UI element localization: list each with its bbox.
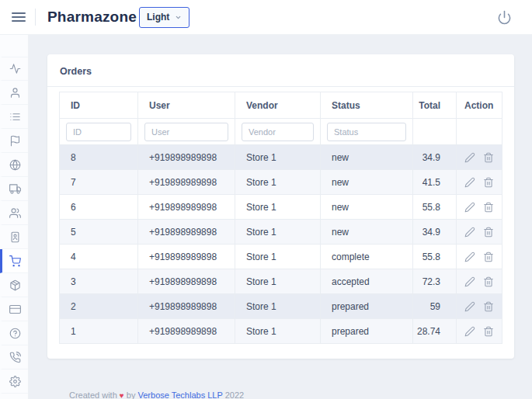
vendor-filter-input[interactable]: [242, 123, 314, 141]
edit-button[interactable]: [461, 276, 479, 287]
id-cell: 2: [60, 294, 138, 319]
delete-button[interactable]: [479, 177, 498, 188]
footer-year: 2022: [225, 390, 244, 399]
id-cell: 5: [60, 220, 138, 245]
status-cell: new: [321, 145, 413, 170]
menu-icon[interactable]: [12, 10, 26, 24]
edit-button[interactable]: [461, 227, 479, 238]
sidebar-item-list[interactable]: [0, 105, 28, 129]
theme-dropdown-label: Light: [147, 12, 169, 23]
sidebar-item-truck[interactable]: [0, 177, 28, 201]
sidebar-item-flag[interactable]: [0, 129, 28, 153]
id-cell: 7: [60, 170, 138, 195]
total-cell: 59: [413, 294, 457, 319]
theme-dropdown[interactable]: Light: [139, 7, 190, 28]
total-cell: 28.74: [413, 319, 457, 344]
action-cell: [457, 319, 502, 344]
column-header-status: Status: [321, 92, 413, 119]
sidebar-item-user[interactable]: [0, 81, 28, 105]
vendor-cell: Store 1: [235, 145, 321, 170]
trash-icon: [483, 301, 494, 312]
sidebar-item-users[interactable]: [0, 201, 28, 225]
action-cell: [457, 195, 502, 220]
action-cell: [457, 294, 502, 319]
delete-button[interactable]: [479, 326, 498, 337]
delete-button[interactable]: [479, 301, 498, 312]
filter-cell-action: [457, 119, 502, 145]
heart-icon: ♥: [120, 391, 124, 399]
edit-button[interactable]: [461, 326, 479, 337]
table-container: IDUserVendorStatusTotalAction 8+91989898…: [47, 87, 514, 344]
sidebar-item-credit-card[interactable]: [0, 297, 28, 321]
help-circle-icon: [9, 328, 21, 339]
footer-text-by: by: [127, 390, 136, 399]
delete-button[interactable]: [479, 152, 498, 163]
orders-card: Orders IDUserVendorStatusTotalAction 8+9…: [47, 54, 514, 359]
delete-button[interactable]: [479, 252, 498, 262]
total-cell: 41.5: [413, 170, 457, 195]
trash-icon: [483, 177, 494, 188]
column-header-total: Total: [413, 92, 457, 119]
total-cell: 34.9: [413, 220, 457, 245]
user-filter-input[interactable]: [144, 123, 228, 141]
id-filter-input[interactable]: [66, 123, 131, 141]
package-icon: [9, 279, 21, 291]
table-row: 1+919898989898Store 1prepared28.74: [60, 319, 502, 344]
id-cell: 6: [60, 195, 138, 220]
pencil-icon: [464, 152, 475, 163]
trash-icon: [483, 202, 494, 213]
user-badge-icon: [9, 231, 21, 243]
vendor-cell: Store 1: [235, 220, 321, 245]
app-title: Pharmazone: [47, 9, 137, 26]
user-icon: [9, 87, 21, 99]
user-cell: +919898989898: [138, 220, 235, 245]
vendor-cell: Store 1: [235, 195, 321, 220]
footer: Created with ♥ by Verbose Techlabs LLP 2…: [69, 390, 244, 399]
delete-button[interactable]: [479, 227, 498, 238]
user-cell: +919898989898: [138, 170, 235, 195]
sidebar-item-activity[interactable]: [0, 57, 28, 81]
edit-button[interactable]: [461, 152, 479, 163]
edit-button[interactable]: [461, 252, 479, 262]
pencil-icon: [464, 252, 475, 262]
logout-button[interactable]: [497, 10, 512, 25]
sidebar-item-phone-call[interactable]: [0, 345, 28, 370]
id-cell: 4: [60, 245, 138, 269]
total-cell: 55.8: [413, 195, 457, 220]
delete-button[interactable]: [479, 276, 498, 287]
footer-link[interactable]: Verbose Techlabs LLP: [138, 390, 223, 399]
sidebar-item-shopping-cart[interactable]: [0, 249, 28, 273]
sidebar: [0, 35, 29, 399]
chevron-down-icon: [175, 14, 182, 21]
flag-icon: [9, 135, 21, 147]
pencil-icon: [464, 227, 475, 238]
status-cell: complete: [321, 245, 413, 269]
filter-cell-total: [413, 119, 457, 145]
pencil-icon: [464, 326, 475, 337]
sidebar-item-gear[interactable]: [0, 370, 28, 394]
sidebar-item-user-badge[interactable]: [0, 225, 28, 249]
delete-button[interactable]: [479, 202, 498, 213]
sidebar-item-package[interactable]: [0, 273, 28, 297]
sidebar-item-globe[interactable]: [0, 153, 28, 177]
pencil-icon: [464, 177, 475, 188]
user-cell: +919898989898: [138, 245, 235, 269]
table-header-row: IDUserVendorStatusTotalAction: [60, 92, 502, 119]
edit-button[interactable]: [461, 202, 479, 213]
filter-cell-vendor: [235, 119, 321, 145]
trash-icon: [483, 326, 494, 337]
status-cell: new: [321, 195, 413, 220]
status-filter-input[interactable]: [327, 123, 406, 141]
sidebar-item-help-circle[interactable]: [0, 321, 28, 345]
filter-cell-id: [60, 119, 138, 145]
table-row: 3+919898989898Store 1accepted72.3: [60, 269, 502, 294]
status-cell: new: [321, 170, 413, 195]
gear-icon: [9, 376, 21, 387]
edit-button[interactable]: [461, 177, 479, 188]
user-cell: +919898989898: [138, 195, 235, 220]
credit-card-icon: [9, 304, 21, 315]
table-filter-row: [60, 119, 502, 145]
edit-button[interactable]: [461, 301, 479, 312]
truck-icon: [9, 183, 21, 195]
trash-icon: [483, 227, 494, 238]
